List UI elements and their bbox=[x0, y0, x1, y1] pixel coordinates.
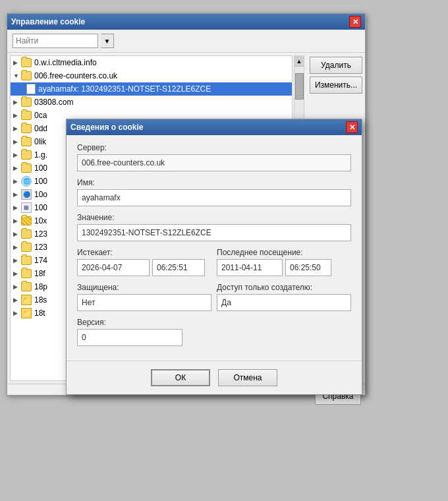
tree-item-4[interactable]: ▶ 03808.com bbox=[11, 96, 292, 109]
tree-arrow: ▶ bbox=[13, 152, 21, 158]
main-close-button[interactable]: ✕ bbox=[349, 16, 361, 28]
folder-icon bbox=[21, 137, 32, 146]
tree-label: 18t bbox=[34, 309, 45, 318]
tree-label: 10x bbox=[34, 216, 47, 225]
tree-label: 123 bbox=[34, 243, 47, 252]
tree-label: 0lik bbox=[34, 137, 46, 146]
last-visit-group: Последнее посещение: bbox=[217, 248, 351, 276]
folder-icon bbox=[21, 163, 32, 173]
cookie-dialog: Сведения о cookie ✕ Сервер: Имя: Значени… bbox=[66, 119, 362, 395]
special-folder-icon: 📁 bbox=[21, 295, 32, 305]
name-input[interactable] bbox=[77, 189, 351, 206]
scroll-up-button[interactable]: ▲ bbox=[294, 56, 304, 67]
tree-label: 100 bbox=[34, 163, 47, 173]
last-visit-date-input[interactable] bbox=[217, 259, 283, 276]
tree-arrow: ▶ bbox=[13, 99, 21, 105]
protected-label: Защищена: bbox=[77, 283, 211, 292]
version-input[interactable] bbox=[77, 329, 182, 346]
tree-arrow: ▶ bbox=[13, 270, 21, 277]
tree-label: 18f bbox=[34, 269, 45, 278]
tree-arrow: ▼ bbox=[13, 73, 21, 79]
folder-icon bbox=[21, 111, 32, 120]
folder-icon bbox=[21, 216, 32, 225]
tree-label: 03808.com bbox=[34, 98, 73, 107]
tree-arrow: ▶ bbox=[13, 283, 21, 290]
tree-arrow: ▶ bbox=[13, 138, 21, 145]
tree-arrow: ▶ bbox=[13, 231, 21, 237]
tree-label: 0dd bbox=[34, 124, 47, 133]
last-visit-time-input[interactable] bbox=[285, 259, 331, 276]
expires-group: Истекает: bbox=[77, 248, 211, 276]
tree-label: 0.w.i.cltmedia.info bbox=[34, 58, 97, 67]
tree-label: 100 bbox=[34, 203, 47, 212]
protected-input[interactable] bbox=[77, 294, 211, 311]
last-visit-label: Последнее посещение: bbox=[217, 248, 351, 257]
tree-arrow: ▶ bbox=[13, 204, 21, 211]
tree-arrow: ▶ bbox=[13, 257, 21, 264]
folder-icon bbox=[21, 229, 32, 239]
folder-icon bbox=[21, 71, 32, 80]
search-input[interactable] bbox=[13, 34, 98, 48]
main-titlebar: Управление cookie ✕ bbox=[7, 14, 365, 30]
main-title: Управление cookie bbox=[11, 17, 85, 26]
value-label: Значение: bbox=[77, 213, 351, 222]
tree-label: 18p bbox=[34, 282, 47, 291]
value-input[interactable] bbox=[77, 224, 351, 241]
folder-icon bbox=[21, 269, 32, 278]
grid-icon: ⊞ bbox=[21, 202, 32, 213]
folder-icon bbox=[21, 150, 32, 160]
tree-item-2[interactable]: ▼ 006.free-counters.co.uk bbox=[11, 69, 292, 82]
globe-icon: 🌐 bbox=[21, 176, 32, 187]
tree-arrow: ▶ bbox=[13, 218, 21, 224]
server-input bbox=[77, 154, 351, 171]
tree-item-3[interactable]: ayahamafx: 1302492351-NOTSET-S12ZLE6ZCE bbox=[11, 82, 292, 96]
file-icon bbox=[26, 84, 36, 94]
ok-button[interactable]: ОК bbox=[151, 369, 210, 386]
tree-label: 006.free-counters.co.uk bbox=[34, 71, 117, 80]
dialog-body: Сервер: Имя: Значение: Истекает: Последн… bbox=[67, 135, 362, 354]
tree-item-1[interactable]: ▶ 0.w.i.cltmedia.info bbox=[11, 56, 292, 69]
expires-date-input[interactable] bbox=[77, 259, 150, 276]
delete-button[interactable]: Удалить bbox=[310, 57, 362, 74]
creator-only-input[interactable] bbox=[217, 294, 351, 311]
folder-icon bbox=[21, 124, 32, 133]
folder-icon bbox=[21, 282, 32, 291]
name-label: Имя: bbox=[77, 178, 351, 187]
tree-arrow: ▶ bbox=[13, 178, 21, 185]
tree-label: 100 bbox=[34, 177, 47, 186]
folder-icon bbox=[21, 98, 32, 107]
tree-label: 0ca bbox=[34, 111, 47, 120]
protected-group: Защищена: bbox=[77, 283, 211, 311]
tree-label: ayahamafx: 1302492351-NOTSET-S12ZLE6ZCE bbox=[38, 84, 211, 94]
tree-arrow: ▶ bbox=[13, 310, 21, 316]
folder-icon bbox=[21, 256, 32, 265]
version-label: Версия: bbox=[77, 318, 351, 327]
toolbar: ▼ bbox=[7, 30, 365, 53]
tree-label: 174 bbox=[34, 256, 47, 265]
special-icon: 🔵 bbox=[21, 189, 32, 200]
expires-label: Истекает: bbox=[77, 248, 211, 257]
dialog-titlebar: Сведения о cookie ✕ bbox=[67, 119, 362, 135]
cancel-button[interactable]: Отмена bbox=[218, 369, 277, 386]
creator-only-label: Доступ только создателю: bbox=[217, 283, 351, 292]
folder-icon bbox=[21, 58, 32, 67]
special-folder-icon2: 📁 bbox=[21, 308, 32, 318]
tree-arrow: ▶ bbox=[13, 191, 21, 198]
tree-label: 18s bbox=[34, 295, 47, 305]
tree-arrow: ▶ bbox=[13, 112, 21, 119]
expires-time-input[interactable] bbox=[152, 259, 205, 276]
scrollbar-thumb[interactable] bbox=[295, 73, 304, 100]
tree-label: 1.g. bbox=[34, 150, 47, 160]
dialog-footer: ОК Отмена bbox=[67, 361, 362, 394]
search-dropdown-button[interactable]: ▼ bbox=[101, 34, 114, 48]
tree-arrow: ▶ bbox=[13, 59, 21, 66]
tree-arrow: ▶ bbox=[13, 125, 21, 132]
change-button[interactable]: Изменить... bbox=[310, 76, 362, 94]
dialog-title: Сведения о cookie bbox=[70, 123, 144, 132]
creator-only-group: Доступ только создателю: bbox=[217, 283, 351, 311]
tree-label: 123 bbox=[34, 229, 47, 239]
dialog-close-button[interactable]: ✕ bbox=[346, 121, 358, 133]
tree-arrow: ▶ bbox=[13, 297, 21, 303]
server-label: Сервер: bbox=[77, 143, 351, 152]
tree-arrow: ▶ bbox=[13, 244, 21, 250]
